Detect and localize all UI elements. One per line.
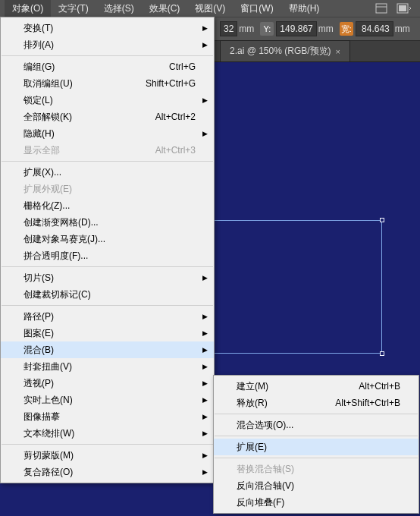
submenu-arrow-icon: ▶ (202, 468, 208, 476)
submenu-arrow-icon: ▶ (202, 274, 208, 282)
mi-crop-marks[interactable]: 创建裁切标记(C) (1, 286, 214, 303)
smi-replace-spine: 替换混合轴(S) (214, 461, 418, 477)
mi-compound-path[interactable]: 复合路径(O)▶ (1, 464, 214, 480)
handle-br[interactable] (380, 351, 384, 356)
width-label: 宽: (340, 22, 353, 36)
unit-mm: mm (395, 24, 410, 34)
mi-expand-appearance: 扩展外观(E) (1, 181, 214, 197)
mi-envelope[interactable]: 封套扭曲(V)▶ (1, 358, 214, 375)
mi-group[interactable]: 编组(G)Ctrl+G (1, 58, 214, 75)
menu-bar: 对象(O) 文字(T) 选择(S) 效果(C) 视图(V) 窗口(W) 帮助(H… (0, 0, 420, 17)
mi-perspective[interactable]: 透视(P)▶ (1, 375, 214, 392)
menu-object[interactable]: 对象(O) (5, 0, 51, 17)
separator (215, 436, 418, 436)
submenu-arrow-icon: ▶ (202, 413, 208, 420)
smi-expand[interactable]: 扩展(E) (214, 439, 418, 455)
mi-ungroup[interactable]: 取消编组(U)Shift+Ctrl+G (1, 75, 214, 92)
menu-help[interactable]: 帮助(H) (281, 0, 328, 17)
mi-mosaic[interactable]: 创建对象马赛克(J)... (1, 231, 214, 247)
separator (2, 305, 213, 306)
mi-live-paint[interactable]: 实时上色(N)▶ (1, 392, 214, 408)
submenu-arrow-icon: ▶ (202, 429, 208, 437)
mi-rasterize[interactable]: 栅格化(Z)... (1, 197, 214, 214)
menu-text[interactable]: 文字(T) (51, 0, 96, 17)
submenu-arrow-icon: ▶ (202, 313, 208, 320)
document-tab[interactable]: 2.ai @ 150% (RGB/预览) × (220, 40, 350, 61)
mi-expand[interactable]: 扩展(X)... (1, 164, 214, 181)
separator (2, 266, 213, 267)
width-input[interactable]: 84.643 (356, 21, 393, 36)
mi-gradient-mesh[interactable]: 创建渐变网格(D)... (1, 214, 214, 231)
svg-rect-3 (399, 5, 406, 11)
mi-text-wrap[interactable]: 文本绕排(W)▶ (1, 425, 214, 442)
toolbar-icon-1[interactable] (373, 2, 390, 15)
mi-image-trace[interactable]: 图像描摹▶ (1, 408, 214, 425)
submenu-arrow-icon: ▶ (202, 346, 208, 354)
mi-pattern[interactable]: 图案(E)▶ (1, 325, 214, 341)
mi-hide[interactable]: 隐藏(H)▶ (1, 125, 214, 142)
tab-title: 2.ai @ 150% (RGB/预览) (230, 45, 331, 58)
smi-reverse-front[interactable]: 反向堆叠(F) (214, 494, 418, 511)
mi-clipping-mask[interactable]: 剪切蒙版(M)▶ (1, 447, 214, 464)
submenu-arrow-icon: ▶ (202, 379, 208, 387)
mi-slice[interactable]: 切片(S)▶ (1, 269, 214, 286)
separator (2, 55, 213, 56)
mi-flatten[interactable]: 拼合透明度(F)... (1, 247, 214, 264)
smi-release[interactable]: 释放(R)Alt+Shift+Ctrl+B (214, 395, 418, 411)
mi-arrange[interactable]: 排列(A)▶ (1, 36, 214, 53)
mi-show-all: 显示全部Alt+Ctrl+3 (1, 142, 214, 159)
close-icon[interactable]: × (336, 47, 340, 56)
submenu-arrow-icon: ▶ (202, 452, 208, 459)
mi-blend[interactable]: 混合(B)▶ (1, 341, 214, 358)
separator (215, 458, 418, 458)
toolbar-icon-2[interactable] (396, 2, 412, 15)
separator (2, 161, 213, 162)
submenu-arrow-icon: ▶ (202, 96, 208, 104)
y-input[interactable]: 149.867 (276, 21, 316, 36)
svg-rect-0 (376, 4, 387, 13)
submenu-arrow-icon: ▶ (202, 24, 208, 32)
submenu-arrow-icon: ▶ (202, 329, 208, 337)
smi-blend-options[interactable]: 混合选项(O)... (214, 417, 418, 433)
unit-mm: mm (318, 24, 334, 34)
submenu-arrow-icon: ▶ (202, 363, 208, 370)
object-menu-dropdown: 变换(T)▶ 排列(A)▶ 编组(G)Ctrl+G 取消编组(U)Shift+C… (0, 17, 215, 483)
mi-unlock-all[interactable]: 全部解锁(K)Alt+Ctrl+2 (1, 109, 214, 125)
blend-submenu: 建立(M)Alt+Ctrl+B 释放(R)Alt+Shift+Ctrl+B 混合… (213, 375, 419, 514)
y-label: Y: (260, 22, 274, 36)
menu-view[interactable]: 视图(V) (187, 0, 233, 17)
menu-window[interactable]: 窗口(W) (233, 0, 281, 17)
submenu-arrow-icon: ▶ (202, 130, 208, 137)
unit-mm: mm (239, 24, 254, 34)
submenu-arrow-icon: ▶ (202, 41, 208, 49)
smi-reverse-spine[interactable]: 反向混合轴(V) (214, 477, 418, 494)
mi-transform[interactable]: 变换(T)▶ (1, 20, 214, 36)
mi-path[interactable]: 路径(P)▶ (1, 308, 214, 325)
menu-select[interactable]: 选择(S) (96, 0, 142, 17)
separator (2, 444, 213, 445)
smi-make[interactable]: 建立(M)Alt+Ctrl+B (214, 378, 418, 395)
separator (215, 414, 418, 414)
x-value-fragment: 32 (220, 21, 237, 36)
submenu-arrow-icon: ▶ (202, 396, 208, 404)
handle-tr[interactable] (380, 218, 384, 222)
menu-effect[interactable]: 效果(C) (142, 0, 188, 17)
mi-lock[interactable]: 锁定(L)▶ (1, 92, 214, 109)
